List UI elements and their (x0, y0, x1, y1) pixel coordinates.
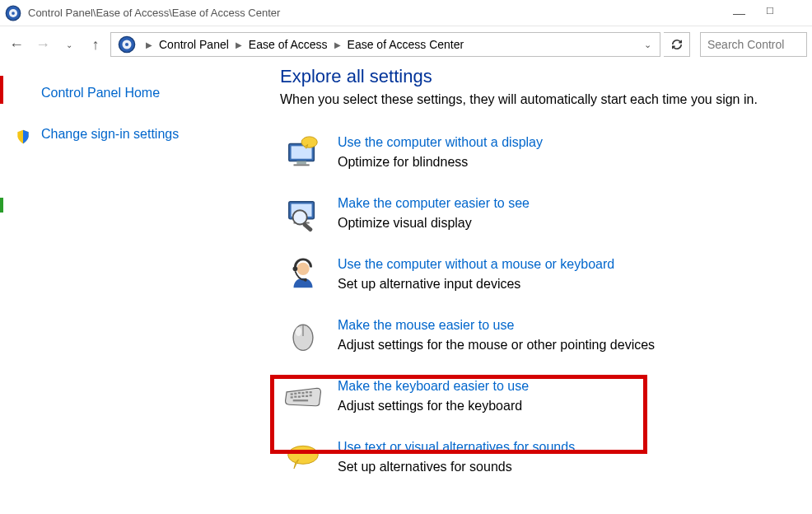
breadcrumb-ease-of-access[interactable]: Ease of Access (247, 38, 329, 51)
breadcrumb-ease-of-access-center[interactable]: Ease of Access Center (346, 38, 466, 51)
breadcrumb-sep-icon[interactable]: ▶ (329, 40, 346, 49)
sidebar-link-home[interactable]: Control Panel Home (41, 86, 231, 100)
control-panel-icon (118, 35, 136, 54)
option-without-mouse-keyboard: Use the computer without a mouse or keyb… (280, 249, 812, 310)
svg-rect-31 (298, 395, 301, 397)
sidebar: Control Panel Home Change sign-in settin… (0, 63, 247, 514)
main-panel: Explore all settings When you select the… (247, 63, 812, 514)
svg-rect-32 (301, 395, 304, 397)
keyboard-icon (284, 383, 322, 411)
breadcrumb-sep-icon[interactable]: ▶ (231, 40, 247, 49)
svg-rect-35 (293, 400, 308, 401)
window-title: Control Panel\Ease of Access\Ease of Acc… (28, 7, 733, 19)
option-sound-alternatives: Use text or visual alternatives for soun… (280, 432, 812, 481)
search-placeholder: Search Control (707, 38, 784, 51)
person-headset-icon (284, 256, 322, 294)
search-input[interactable]: Search Control (700, 32, 807, 57)
option-link[interactable]: Use the computer without a display (338, 135, 543, 150)
svg-rect-9 (294, 164, 310, 166)
svg-rect-28 (310, 391, 312, 393)
option-desc: Optimize visual display (338, 216, 530, 231)
option-keyboard-easier: Make the keyboard easier to use Adjust s… (280, 371, 812, 432)
svg-point-18 (293, 266, 298, 271)
svg-rect-33 (306, 395, 308, 397)
breadcrumb-control-panel[interactable]: Control Panel (157, 38, 231, 51)
option-easier-to-see: Make the computer easier to see Optimize… (280, 188, 812, 249)
svg-rect-8 (296, 161, 306, 165)
svg-rect-30 (294, 395, 296, 397)
toolbar: ← → ⌄ ↑ ▶ Control Panel ▶ Ease of Access… (0, 26, 812, 63)
option-link[interactable]: Make the keyboard easier to use (338, 379, 529, 394)
svg-rect-29 (291, 396, 293, 398)
option-without-display: Use the computer without a display Optim… (280, 127, 812, 188)
svg-rect-23 (291, 393, 293, 395)
svg-point-2 (12, 12, 15, 15)
sidebar-link-signin[interactable]: Change sign-in settings (41, 127, 231, 142)
option-desc: Set up alternative input devices (338, 277, 614, 292)
monitor-magnifier-icon (284, 195, 322, 233)
breadcrumb-sep-icon[interactable]: ▶ (141, 40, 157, 49)
option-mouse-easier: Make the mouse easier to use Adjust sett… (280, 310, 812, 371)
speech-bubble-icon (285, 444, 321, 472)
svg-point-15 (293, 210, 307, 224)
address-bar[interactable]: ▶ Control Panel ▶ Ease of Access ▶ Ease … (110, 32, 660, 57)
recent-locations-button[interactable]: ⌄ (58, 33, 81, 56)
option-link[interactable]: Use the computer without a mouse or keyb… (338, 257, 614, 272)
up-button[interactable]: ↑ (84, 33, 107, 56)
content-area: Control Panel Home Change sign-in settin… (0, 63, 812, 514)
control-panel-app-icon (5, 5, 21, 21)
address-dropdown-icon[interactable]: ⌄ (639, 40, 656, 50)
svg-point-17 (296, 263, 309, 275)
maximize-button[interactable]: ☐ (764, 6, 776, 21)
option-link[interactable]: Make the computer easier to see (338, 196, 530, 211)
svg-rect-24 (294, 393, 296, 395)
svg-rect-34 (310, 395, 312, 396)
svg-rect-25 (298, 392, 301, 394)
shield-icon (15, 128, 31, 145)
svg-point-10 (301, 137, 317, 147)
option-desc: Adjust settings for the keyboard (338, 399, 529, 414)
svg-point-5 (125, 43, 128, 46)
minimize-button[interactable]: — (733, 6, 744, 21)
titlebar: Control Panel\Ease of Access\Ease of Acc… (0, 0, 812, 26)
svg-rect-26 (301, 392, 304, 394)
option-link[interactable]: Use text or visual alternatives for soun… (338, 440, 575, 455)
option-desc: Optimize for blindness (338, 155, 543, 170)
option-desc: Set up alternatives for sounds (338, 460, 575, 474)
page-heading: Explore all settings (280, 66, 812, 87)
option-link[interactable]: Make the mouse easier to use (338, 318, 655, 333)
svg-point-19 (304, 278, 307, 282)
refresh-button[interactable] (664, 32, 690, 57)
page-subheading: When you select these settings, they wil… (280, 92, 812, 107)
refresh-icon (671, 39, 683, 50)
svg-point-22 (296, 327, 301, 336)
svg-rect-27 (306, 391, 308, 393)
forward-button[interactable]: → (31, 33, 54, 56)
option-desc: Adjust settings for the mouse or other p… (338, 338, 655, 353)
monitor-speech-icon (284, 134, 322, 172)
mouse-icon (285, 318, 321, 354)
back-button[interactable]: ← (5, 33, 28, 56)
svg-point-36 (288, 446, 319, 464)
